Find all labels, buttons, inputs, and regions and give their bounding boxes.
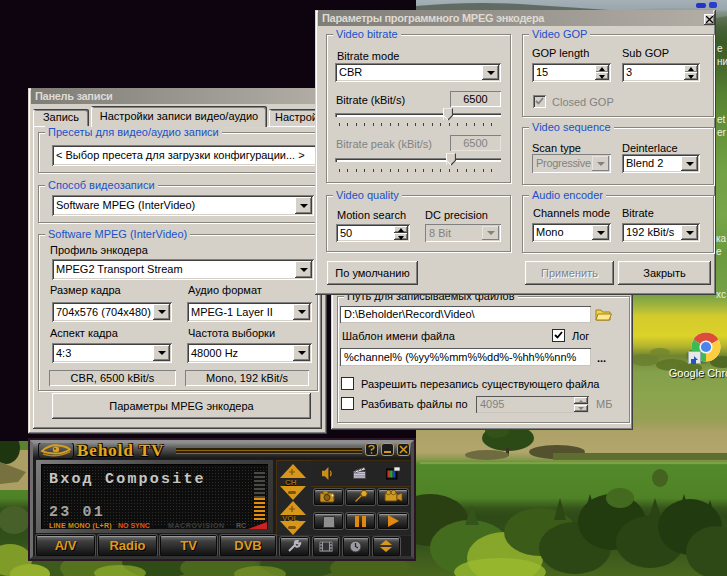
- svg-text:хс: хс: [716, 289, 726, 300]
- svg-text:et: et: [717, 114, 726, 125]
- svg-text:er: er: [717, 127, 727, 138]
- svg-text:ни: ни: [717, 56, 727, 67]
- svg-text:е: е: [717, 43, 723, 54]
- svg-text:ка: ка: [716, 233, 727, 244]
- svg-text:е: е: [716, 246, 722, 257]
